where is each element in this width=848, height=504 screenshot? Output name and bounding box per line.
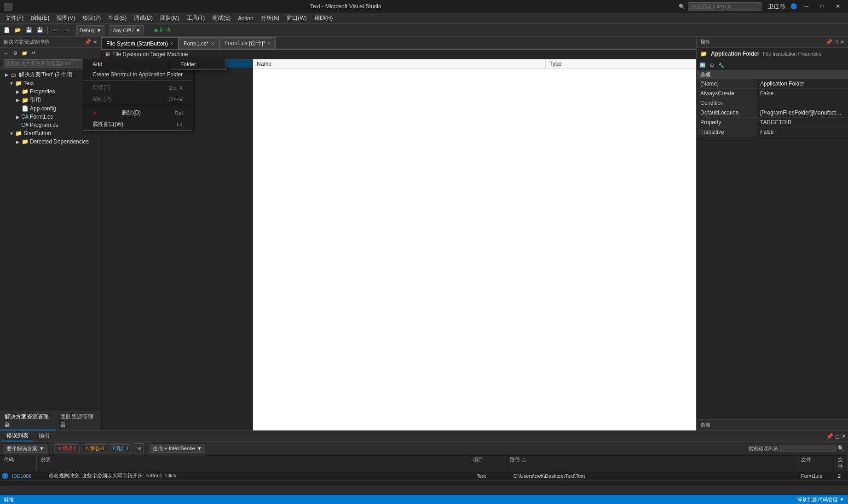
- error-code-0[interactable]: IDE1006: [8, 473, 45, 479]
- props-val-name[interactable]: Application Folder: [756, 79, 848, 88]
- menu-team[interactable]: 团队(M): [156, 13, 183, 23]
- error-file-0: Form1.cs: [797, 473, 834, 479]
- tab-filesystem[interactable]: File System (StartButton) ✕: [101, 37, 179, 49]
- menu-file[interactable]: 文件(F): [2, 13, 27, 23]
- build-scope-dropdown[interactable]: 生成 + IntelliSense ▼: [150, 444, 205, 453]
- bottom-panel-pin-btn[interactable]: 📌: [826, 433, 833, 440]
- warn-badge[interactable]: ⚠ 警告 0: [81, 444, 107, 453]
- props-row-property: Property TARGETDIR: [697, 118, 848, 127]
- solution-explorer-tab[interactable]: 解决方案资源管理器: [0, 412, 56, 430]
- menu-view[interactable]: 视图(V): [53, 13, 79, 23]
- submenu-add-folder[interactable]: Folder: [171, 59, 225, 69]
- props-val-alwayscreate[interactable]: False: [756, 89, 848, 98]
- ctx-sep-1: [83, 80, 192, 81]
- ctx-properties[interactable]: 属性窗口(W) F4: [83, 119, 192, 130]
- bottom-tab-errors[interactable]: 错误列表: [2, 431, 33, 441]
- filter-toggle-btn[interactable]: ⊞: [134, 443, 144, 453]
- scope-dropdown[interactable]: 整个解决方案 ▼: [4, 444, 47, 453]
- props-misc-section: 杂项: [697, 419, 848, 430]
- tab-filesystem-close[interactable]: ✕: [170, 41, 173, 46]
- search-errors-input[interactable]: [780, 445, 836, 452]
- undo-btn[interactable]: ↩: [50, 25, 60, 35]
- bottom-panel-close-btn[interactable]: ✕: [842, 433, 846, 440]
- props-category-btn[interactable]: ⊞: [708, 61, 716, 69]
- menu-window[interactable]: 窗口(W): [283, 13, 310, 23]
- props-alphabetical-btn[interactable]: 🔤: [698, 61, 707, 69]
- tree-item-detected-deps[interactable]: ▶ 📁 Detected Dependencies: [0, 137, 101, 146]
- bottom-search: 搜索错误列表 🔍: [748, 445, 844, 452]
- info-badge[interactable]: ℹ 消息 1: [109, 444, 132, 453]
- team-explorer-tab[interactable]: 团队资源管理器: [56, 412, 101, 430]
- menu-test[interactable]: 测试(S): [208, 13, 234, 23]
- properties-icon: 📁: [21, 88, 29, 95]
- platform-dropdown[interactable]: Any CPU ▼: [110, 25, 144, 35]
- deps-expand-icon: ▶: [15, 139, 21, 144]
- props-val-transitive[interactable]: False: [756, 127, 848, 137]
- menu-tools[interactable]: 工具(T): [183, 13, 208, 23]
- props-val-condition[interactable]: [756, 98, 848, 108]
- ctx-delete[interactable]: ✕ 删除(D) Del: [83, 107, 192, 119]
- menu-project[interactable]: 项目(P): [79, 13, 104, 23]
- fs-col-type: Type: [546, 59, 696, 69]
- redo-btn[interactable]: ↪: [61, 25, 71, 35]
- col-desc: 说明: [37, 455, 469, 471]
- info-label: 消息: [115, 445, 125, 452]
- show-files-btn[interactable]: 📁: [20, 49, 29, 57]
- close-button[interactable]: ✕: [831, 0, 844, 13]
- sidebar-bottom-tabs: 解决方案资源管理器 团队资源管理器: [0, 412, 101, 430]
- tab-form1design-close[interactable]: ✕: [267, 41, 271, 46]
- props-val-property[interactable]: TARGETDIR: [756, 118, 848, 127]
- props-key-transitive: Transitive: [697, 127, 756, 137]
- props-wrench-btn[interactable]: 🔧: [717, 61, 725, 69]
- props-row-alwayscreate: AlwaysCreate False: [697, 89, 848, 98]
- tab-form1design[interactable]: Form1.cs [设计]* ✕: [219, 37, 276, 49]
- form1cs-icon: C#: [21, 113, 29, 120]
- config-dropdown[interactable]: Debug ▼: [76, 25, 104, 35]
- props-val-defaultlocation[interactable]: [ProgramFilesFolder][Manufacturer]\[P: [756, 108, 848, 117]
- sync-btn[interactable]: ↔: [2, 49, 10, 57]
- error-badge[interactable]: ✕ 错误 0: [54, 444, 80, 453]
- search-errors-label: 搜索错误列表: [748, 445, 779, 452]
- play-btn[interactable]: ▶ 启动: [149, 25, 176, 35]
- menu-edit[interactable]: 编辑(E): [27, 13, 53, 23]
- vs-logo-icon: ⬛: [4, 2, 13, 11]
- fs-right-grid: Name Type: [253, 59, 696, 430]
- menu-analyze[interactable]: 分析(N): [257, 13, 283, 23]
- sidebar-close-btn[interactable]: ✕: [93, 39, 97, 45]
- props-toolbar: 🔤 ⊞ 🔧: [697, 60, 848, 70]
- new-project-btn[interactable]: 📄: [2, 25, 12, 35]
- save-all-btn[interactable]: 💾: [35, 25, 45, 35]
- props-key-property: Property: [697, 118, 756, 127]
- text-project-icon: 📁: [15, 80, 22, 87]
- refresh-btn[interactable]: ↺: [29, 49, 38, 57]
- props-object-title: 📁 Application Folder File Installation P…: [697, 48, 848, 60]
- minimize-button[interactable]: ─: [800, 0, 813, 13]
- menu-bar: 文件(F) 编辑(E) 视图(V) 项目(P) 生成(B) 调试(D) 团队(M…: [0, 13, 848, 24]
- props-key-name: (Name): [697, 79, 756, 88]
- props-close-btn[interactable]: ✕: [840, 39, 844, 45]
- properties-btn[interactable]: ⚙: [11, 49, 19, 57]
- ctx-create-shortcut[interactable]: Create Shortcut to Application Folder: [83, 69, 192, 80]
- bottom-panel-expand-btn[interactable]: ◻: [835, 433, 840, 440]
- tab-form1cs[interactable]: Form1.cs* ✕: [179, 37, 219, 49]
- menu-build[interactable]: 生成(B): [104, 13, 130, 23]
- menu-help[interactable]: 帮助(H): [311, 13, 337, 23]
- status-left: 就绪: [4, 496, 14, 503]
- save-btn[interactable]: 💾: [24, 25, 34, 35]
- props-expand-btn[interactable]: ◻: [834, 39, 838, 45]
- programcs-label: Program.cs: [30, 122, 58, 128]
- open-btn[interactable]: 📂: [13, 25, 23, 35]
- props-misc-label: 杂项: [700, 422, 710, 428]
- props-key-defaultlocation: DefaultLocation: [697, 108, 756, 117]
- maximize-button[interactable]: □: [816, 0, 829, 13]
- sidebar-pin-btn[interactable]: 📌: [85, 39, 91, 45]
- error-row-0[interactable]: i IDE1006 命名规则冲突: 这些字必须以大写字符开头: button1_…: [0, 471, 848, 481]
- bottom-tab-output[interactable]: 输出: [34, 431, 54, 441]
- status-source-control[interactable]: 添加到源代码管理 ▼: [797, 496, 844, 503]
- props-row-name: (Name) Application Folder: [697, 79, 848, 89]
- props-pin-btn[interactable]: 📌: [826, 39, 832, 45]
- tab-form1cs-close[interactable]: ✕: [211, 41, 214, 46]
- quick-launch-input[interactable]: [688, 2, 761, 11]
- menu-debug[interactable]: 调试(D): [130, 13, 156, 23]
- menu-action[interactable]: Action: [234, 14, 257, 23]
